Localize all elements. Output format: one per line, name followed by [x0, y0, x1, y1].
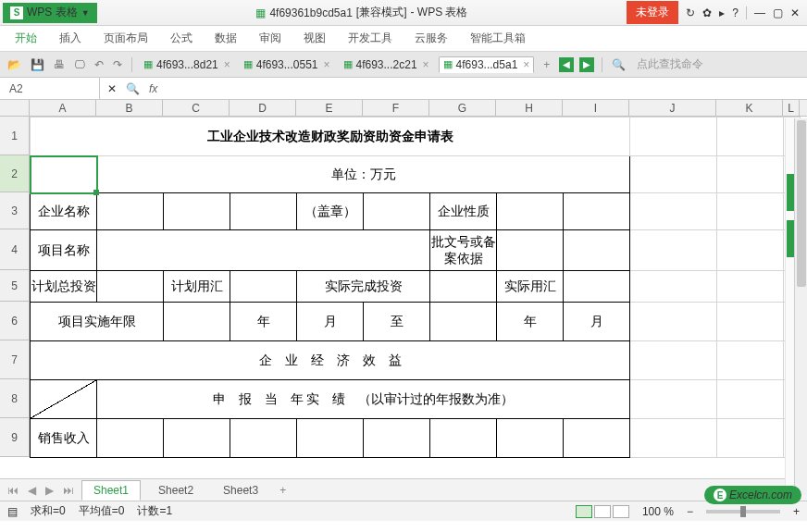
menu-data[interactable]: 数据 — [205, 27, 246, 50]
row-2[interactable]: 2 — [0, 155, 30, 192]
cell[interactable] — [630, 230, 717, 271]
menu-devtools[interactable]: 开发工具 — [339, 27, 402, 50]
cell-E3[interactable]: （盖章） — [297, 193, 364, 230]
sheet-tab-1[interactable]: Sheet1 — [81, 480, 141, 501]
cell-I6[interactable]: 月 — [564, 303, 630, 341]
cell[interactable] — [564, 271, 630, 303]
menu-formula[interactable]: 公式 — [161, 27, 202, 50]
view-reading-button[interactable] — [613, 505, 629, 518]
col-K[interactable]: K — [716, 100, 783, 116]
cell[interactable] — [430, 271, 497, 303]
cell-H5[interactable]: 实际用汇 — [497, 271, 564, 303]
cell[interactable] — [97, 193, 164, 230]
redo-icon[interactable]: ↷ — [111, 58, 124, 71]
cell[interactable] — [630, 271, 717, 303]
cell[interactable] — [164, 303, 230, 341]
cell[interactable] — [430, 303, 497, 341]
cell-F6[interactable]: 至 — [364, 303, 430, 341]
cell[interactable] — [717, 118, 784, 156]
col-A[interactable]: A — [30, 100, 96, 116]
cell[interactable] — [630, 193, 717, 230]
cell-D6[interactable]: 年 — [230, 303, 297, 341]
cell[interactable] — [564, 193, 630, 230]
col-B[interactable]: B — [96, 100, 163, 116]
preview-icon[interactable]: 🖵 — [72, 58, 87, 71]
cell[interactable] — [717, 341, 784, 380]
cell-E6[interactable]: 月 — [297, 303, 364, 341]
print-icon[interactable]: 🖶 — [52, 58, 67, 71]
zoom-thumb[interactable] — [740, 506, 746, 517]
search-icon[interactable]: 🔍 — [610, 58, 627, 71]
row-1[interactable]: 1 — [0, 117, 30, 155]
cell[interactable] — [497, 419, 564, 458]
select-all-corner[interactable] — [0, 100, 30, 116]
confirm-formula-icon[interactable]: 🔍 — [126, 82, 140, 95]
col-D[interactable]: D — [230, 100, 296, 116]
cell-A8[interactable] — [31, 380, 97, 419]
col-F[interactable]: F — [363, 100, 429, 116]
zoom-slider[interactable] — [706, 510, 780, 513]
doc-tab-1[interactable]: ▦4f693...8d21× — [140, 56, 234, 73]
menu-insert[interactable]: 插入 — [50, 27, 91, 50]
cell[interactable] — [164, 419, 230, 458]
cell-G4[interactable]: 批文号或备案依据 — [430, 230, 497, 271]
cell-A3[interactable]: 企业名称 — [31, 193, 97, 230]
cell[interactable] — [630, 303, 717, 341]
cell[interactable] — [364, 193, 430, 230]
cell[interactable] — [97, 419, 164, 458]
cell[interactable] — [717, 193, 784, 230]
sheet-menu-icon[interactable]: ▤ — [7, 505, 18, 518]
scrollbar-thumb[interactable] — [797, 120, 806, 287]
search-input[interactable]: 点此查找命令 — [637, 56, 703, 72]
cell-C5[interactable]: 计划用汇 — [164, 271, 230, 303]
vertical-scrollbar[interactable] — [794, 118, 807, 495]
row-5[interactable]: 5 — [0, 270, 30, 302]
cell[interactable] — [497, 193, 564, 230]
menu-start[interactable]: 开始 — [6, 27, 46, 50]
name-box[interactable]: A2 — [0, 78, 100, 99]
doc-tab-4[interactable]: ▦4f693...d5a1× — [439, 56, 535, 73]
new-tab-button[interactable]: + — [540, 58, 553, 71]
sheet-prev-icon[interactable]: ◀ — [26, 484, 38, 497]
close-icon[interactable]: × — [224, 58, 230, 71]
doc-tab-3[interactable]: ▦4f693...2c21× — [340, 56, 433, 73]
cell[interactable] — [630, 156, 717, 193]
cell-A7[interactable]: 企 业 经 济 效 益 — [31, 341, 630, 380]
zoom-level[interactable]: 100 % — [642, 505, 674, 518]
col-C[interactable]: C — [163, 100, 230, 116]
col-G[interactable]: G — [429, 100, 496, 116]
close-icon[interactable]: × — [523, 58, 529, 71]
cell[interactable] — [630, 341, 717, 380]
cell[interactable] — [230, 419, 297, 458]
menu-review[interactable]: 审阅 — [250, 27, 291, 50]
cell[interactable] — [164, 193, 230, 230]
cell[interactable] — [497, 230, 564, 271]
cell-title[interactable]: 工业企业技术改造财政奖励资助资金申请表 — [31, 118, 630, 156]
col-L[interactable]: L — [783, 100, 800, 116]
cell[interactable] — [564, 419, 630, 458]
cell[interactable] — [97, 271, 164, 303]
cell-H6[interactable]: 年 — [497, 303, 564, 341]
cell-A2[interactable] — [31, 156, 97, 193]
sheet-next-icon[interactable]: ▶ — [43, 484, 56, 497]
cell-A6[interactable]: 项目实施年限 — [31, 303, 164, 341]
cell[interactable] — [717, 271, 784, 303]
doc-tab-2[interactable]: ▦4f693...0551× — [240, 56, 334, 73]
sheet-tab-2[interactable]: Sheet2 — [146, 480, 205, 501]
close-icon[interactable]: × — [423, 58, 429, 71]
tab-prev-button[interactable]: ◀ — [559, 57, 574, 72]
side-tab-1[interactable] — [787, 174, 794, 211]
spreadsheet-grid[interactable]: A B C D E F G H I J K L 1 2 3 4 5 6 7 8 … — [0, 100, 807, 478]
minimize-icon[interactable]: — — [754, 6, 765, 19]
skin-icon[interactable]: ▸ — [719, 6, 725, 19]
save-icon[interactable]: 💾 — [29, 58, 46, 71]
settings-icon[interactable]: ✿ — [702, 6, 712, 19]
cell[interactable] — [717, 156, 784, 193]
app-menu-button[interactable]: S WPS 表格 ▼ — [3, 3, 97, 23]
open-icon[interactable]: 📂 — [6, 58, 23, 71]
cell-E5[interactable]: 实际完成投资 — [297, 271, 430, 303]
row-4[interactable]: 4 — [0, 229, 30, 270]
row-7[interactable]: 7 — [0, 340, 30, 379]
maximize-icon[interactable]: ▢ — [773, 6, 783, 19]
cell[interactable] — [630, 419, 717, 458]
